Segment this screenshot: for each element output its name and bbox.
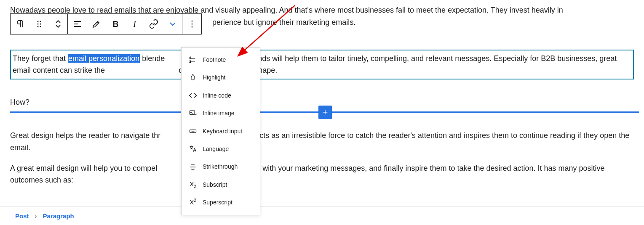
svg-point-3 (40, 24, 41, 25)
menu-label: Language (203, 144, 229, 154)
breadcrumb-post[interactable]: Post (15, 211, 29, 221)
menu-item-highlight[interactable]: Highlight (182, 69, 260, 86)
breadcrumb-paragraph[interactable]: Paragraph (43, 211, 74, 221)
footnote-icon: 12 (188, 55, 198, 64)
paragraph-text: perience but ignore their marketing emai… (212, 18, 355, 26)
svg-point-5 (40, 26, 41, 27)
paragraph-block-button[interactable] (11, 14, 29, 34)
menu-item-inline-code[interactable]: Inline code (182, 87, 260, 104)
paragraph-text: Nowadays people love to read emails that… (10, 6, 563, 14)
format-dropdown-menu: 12 Footnote Highlight Inline code Inline… (181, 47, 260, 215)
svg-point-8 (191, 26, 192, 28)
menu-item-superscript[interactable]: X2 Superscript (182, 193, 260, 211)
toolbar-group-block (11, 14, 68, 34)
italic-button[interactable]: I (125, 14, 144, 34)
menu-label: Highlight (203, 73, 225, 82)
paragraph-text: They forget that (13, 54, 68, 63)
menu-label: Subscript (203, 180, 227, 189)
selected-paragraph-block[interactable]: They forget that email personalization b… (10, 50, 634, 80)
drag-handle-button[interactable] (29, 14, 48, 34)
toolbar-group-format: B I (106, 14, 182, 34)
more-format-button[interactable] (163, 14, 182, 34)
paragraph-5[interactable]: A great email design will help you to co… (10, 162, 634, 187)
menu-label: Superscript (203, 198, 232, 207)
breadcrumb-bar: Post › Paragraph (0, 206, 644, 225)
svg-point-0 (37, 21, 38, 22)
bold-button[interactable]: B (106, 14, 125, 34)
paragraph-text: blende (140, 54, 165, 63)
paragraph-text: How? (10, 98, 29, 106)
menu-label: Keyboard input (203, 127, 242, 136)
menu-item-footnote[interactable]: 12 Footnote (182, 51, 260, 69)
selected-text: email personalization (68, 54, 140, 63)
toolbar-group-align (68, 14, 106, 34)
superscript-icon: X2 (188, 198, 198, 207)
options-button[interactable] (182, 14, 201, 34)
menu-label: Inline image (203, 109, 235, 118)
paragraph-text: A great email design will help you to co… (10, 164, 157, 172)
svg-text:2: 2 (190, 60, 191, 63)
language-icon (188, 144, 198, 154)
svg-point-7 (191, 24, 192, 25)
highlighter-button[interactable] (87, 14, 106, 34)
paragraph-text: Great design helps the reader to navigat… (10, 131, 160, 140)
menu-item-keyboard-input[interactable]: Keyboard input (182, 122, 260, 140)
link-button[interactable] (144, 14, 163, 34)
keyboard-icon (188, 127, 198, 136)
paragraph-4[interactable]: Great design helps the reader to navigat… (10, 130, 634, 154)
align-button[interactable] (68, 14, 87, 34)
menu-item-subscript[interactable]: X2 Subscript (182, 176, 260, 193)
svg-point-2 (37, 24, 38, 25)
move-button[interactable] (48, 14, 67, 34)
strikethrough-icon (188, 162, 198, 172)
menu-item-inline-image[interactable]: Inline image (182, 104, 260, 122)
highlight-icon (188, 73, 198, 82)
add-block-button[interactable]: + (318, 106, 332, 119)
menu-label: Strikethrough (203, 162, 238, 171)
svg-point-6 (191, 21, 192, 22)
menu-item-language[interactable]: Language (182, 140, 260, 158)
image-icon (188, 109, 198, 118)
code-icon (188, 91, 198, 100)
chevron-right-icon: › (35, 211, 37, 221)
toolbar-group-options (182, 14, 201, 34)
block-toolbar: B I (10, 13, 202, 34)
menu-label: Footnote (203, 55, 226, 64)
plus-icon: + (323, 105, 328, 119)
svg-point-4 (37, 26, 38, 27)
menu-item-strikethrough[interactable]: Strikethrough (182, 158, 260, 175)
menu-label: Inline code (203, 91, 231, 100)
svg-point-1 (40, 21, 41, 22)
svg-text:1: 1 (190, 57, 191, 60)
subscript-icon: X2 (188, 180, 198, 189)
